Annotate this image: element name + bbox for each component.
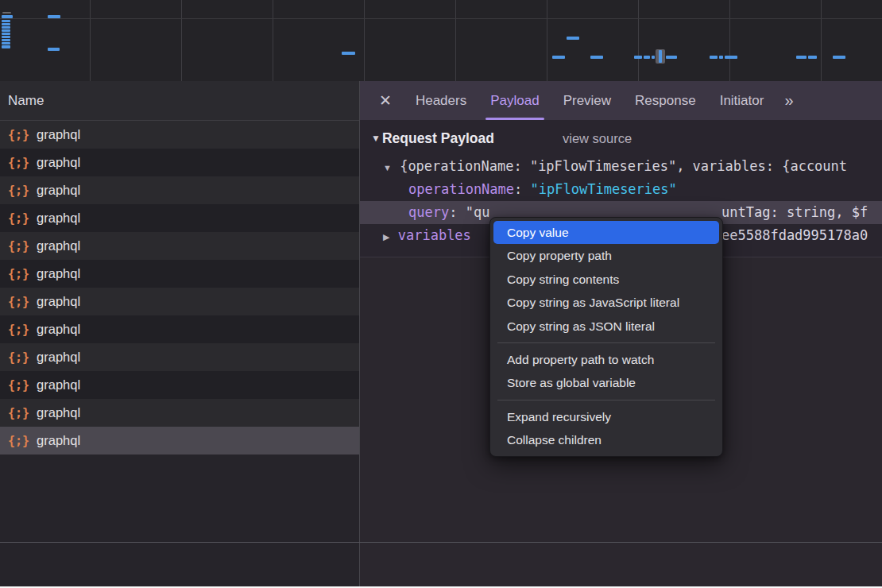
object-preview-text: {operationName: "ipFlowTimeseries", vari…: [400, 158, 847, 174]
json-braces-icon: {;}: [8, 156, 29, 170]
request-name: graphql: [37, 350, 80, 365]
section-collapse-icon[interactable]: ▼: [371, 133, 381, 144]
request-row[interactable]: {;}graphql: [0, 427, 359, 455]
overview-request-bar: [652, 56, 655, 59]
overview-request-bar: [2, 33, 10, 35]
overview-request-bar: [48, 48, 60, 51]
request-name: graphql: [37, 433, 80, 448]
menu-separator: [497, 400, 715, 400]
overview-request-bar: [796, 56, 807, 59]
overview-request-bar: [666, 56, 677, 59]
overview-selected-tick: [659, 50, 662, 63]
overview-gridline: [364, 0, 365, 81]
overview-request-bar: [2, 45, 10, 48]
json-braces-icon: {;}: [8, 378, 29, 393]
overview-request-bar: [833, 56, 845, 59]
menu-item-copy-property-path[interactable]: Copy property path: [493, 244, 719, 267]
network-overview-timeline[interactable]: [0, 0, 882, 82]
overview-gridline: [638, 0, 639, 81]
json-braces-icon: {;}: [8, 406, 29, 420]
request-row[interactable]: {;}graphql: [0, 149, 359, 176]
view-source-link[interactable]: view source: [563, 131, 632, 146]
tree-row-operation-name[interactable]: operationName: "ipFlowTimeseries": [360, 178, 882, 201]
context-menu: Copy valueCopy property pathCopy string …: [489, 217, 723, 457]
overview-request-bar: [719, 56, 723, 59]
request-name: graphql: [37, 377, 80, 393]
tab-preview[interactable]: Preview: [563, 81, 611, 120]
detail-tabbar: ✕ HeadersPayloadPreviewResponseInitiator…: [360, 81, 882, 120]
menu-separator: [497, 342, 715, 343]
menu-item-store-as-global-variable[interactable]: Store as global variable: [493, 371, 719, 394]
request-name: graphql: [37, 127, 80, 142]
overview-request-bar: [710, 56, 718, 59]
menu-item-copy-string-as-javascript-literal[interactable]: Copy string as JavaScript literal: [493, 291, 719, 314]
tab-initiator[interactable]: Initiator: [720, 81, 764, 120]
overview-request-bar: [634, 56, 642, 59]
request-name: graphql: [37, 322, 80, 337]
overview-request-bar: [808, 56, 817, 59]
json-braces-icon: {;}: [8, 128, 29, 142]
request-row[interactable]: {;}graphql: [0, 288, 359, 315]
request-row[interactable]: {;}graphql: [0, 315, 359, 343]
overview-request-bar: [2, 15, 13, 18]
json-braces-icon: {;}: [8, 323, 29, 337]
request-row[interactable]: {;}graphql: [0, 176, 359, 204]
overview-request-bar: [2, 42, 10, 44]
overview-request-bar: [725, 56, 737, 59]
overview-request-bar: [552, 56, 565, 59]
json-braces-icon: {;}: [8, 267, 29, 281]
request-row[interactable]: {;}graphql: [0, 121, 359, 149]
overview-request-bar: [2, 29, 10, 32]
more-tabs-icon[interactable]: »: [784, 91, 791, 110]
json-braces-icon: {;}: [8, 350, 29, 365]
expanded-triangle-icon[interactable]: ▼: [383, 157, 392, 178]
request-name: graphql: [37, 266, 80, 281]
close-icon[interactable]: ✕: [379, 91, 392, 110]
request-row[interactable]: {;}graphql: [0, 204, 359, 232]
property-key: operationName: [408, 181, 514, 197]
overview-gridline: [90, 0, 91, 81]
menu-item-add-property-path-to-watch[interactable]: Add property path to watch: [493, 348, 719, 371]
collapsed-triangle-icon[interactable]: ▶: [383, 226, 389, 247]
property-value-end: untTag: string, $f: [721, 201, 868, 224]
menu-item-collapse-children[interactable]: Collapse children: [493, 428, 719, 451]
request-list-empty-area: [0, 455, 359, 586]
tab-payload[interactable]: Payload: [490, 81, 539, 120]
request-row[interactable]: {;}graphql: [0, 371, 359, 399]
menu-item-copy-value[interactable]: Copy value: [493, 221, 719, 244]
overview-gridline: [273, 0, 273, 81]
json-braces-icon: {;}: [8, 434, 29, 448]
request-list-header[interactable]: Name: [0, 81, 359, 121]
json-braces-icon: {;}: [8, 211, 29, 226]
key-separator: :: [449, 204, 465, 220]
overview-request-bar: [644, 56, 650, 59]
request-name: graphql: [37, 155, 80, 170]
overview-request-bar: [48, 15, 60, 18]
request-list: {;}graphql{;}graphql{;}graphql{;}graphql…: [0, 121, 359, 455]
property-value-end: ee5588fdad995178a0: [721, 224, 868, 247]
request-payload-section: ▼ Request Payload view source: [360, 126, 494, 150]
request-name: graphql: [37, 211, 80, 226]
menu-item-copy-string-as-json-literal[interactable]: Copy string as JSON literal: [493, 315, 719, 338]
overview-request-bar: [567, 37, 579, 40]
overview-gray-bar: [2, 12, 11, 14]
devtools-network-panel: Name ✕ HeadersPayloadPreviewResponseInit…: [0, 0, 882, 588]
name-column-header[interactable]: Name: [8, 93, 44, 109]
key-separator: :: [514, 181, 530, 197]
property-value-string: "ipFlowTimeseries": [531, 181, 677, 197]
menu-item-copy-string-contents[interactable]: Copy string contents: [493, 268, 719, 291]
request-row[interactable]: {;}graphql: [0, 260, 359, 288]
bottom-divider: [0, 542, 882, 543]
request-row[interactable]: {;}graphql: [0, 399, 359, 427]
json-braces-icon: {;}: [8, 239, 29, 253]
property-key: query: [408, 204, 449, 220]
tree-row-object-preview[interactable]: ▼ {operationName: "ipFlowTimeseries", va…: [360, 155, 882, 178]
menu-item-expand-recursively[interactable]: Expand recursively: [493, 405, 719, 428]
tab-headers[interactable]: Headers: [416, 81, 466, 120]
tab-response[interactable]: Response: [635, 81, 696, 120]
request-name: graphql: [37, 405, 80, 420]
request-row[interactable]: {;}graphql: [0, 343, 359, 371]
overview-gridline: [181, 0, 182, 81]
overview-gridline: [547, 0, 547, 81]
request-row[interactable]: {;}graphql: [0, 232, 359, 260]
